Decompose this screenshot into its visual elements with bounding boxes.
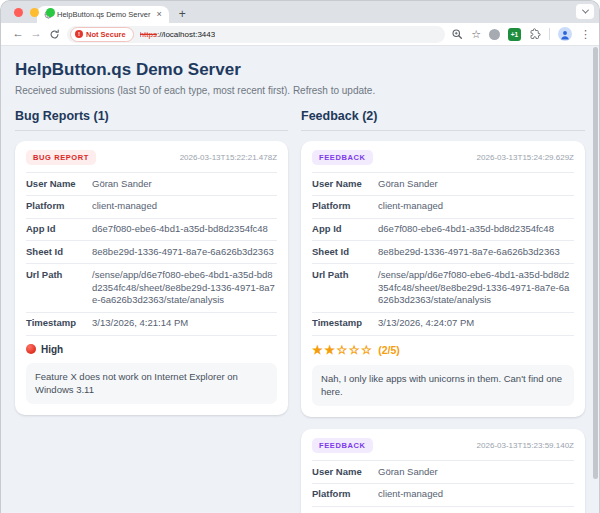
tab-strip: HelpButton.qs Demo Server × +	[1, 1, 599, 23]
profile-avatar[interactable]	[558, 27, 572, 41]
feedback-card: FEEDBACK 2026-03-13T15:23:59.140Z User N…	[301, 429, 585, 513]
field-label: Url Path	[312, 269, 378, 307]
bookmark-star-icon[interactable]: ☆	[471, 29, 481, 40]
field-label: User Name	[312, 178, 378, 191]
page-content: HelpButton.qs Demo Server Received submi…	[1, 46, 599, 513]
browser-toolbar: ← → ! Not Secure https://localhost:3443 …	[1, 23, 599, 46]
feedback-heading: Feedback (2)	[301, 109, 585, 131]
bug-report-card: BUG REPORT 2026-03-13T15:22:21.478Z User…	[15, 141, 288, 415]
zoom-magnifier-icon[interactable]	[451, 28, 463, 40]
field-row: User Name Göran Sander	[312, 461, 574, 484]
window-close-button[interactable]	[14, 8, 23, 17]
field-value: client-managed	[378, 488, 574, 501]
field-value: 3/13/2026, 4:24:07 PM	[378, 317, 574, 330]
tab-search-button[interactable]	[576, 4, 594, 19]
field-table: User Name Göran Sander Platform client-m…	[26, 172, 277, 336]
field-row: User Name Göran Sander	[26, 173, 277, 196]
field-value: 8e8be29d-1336-4971-8a7e-6a626b3d2363	[378, 246, 574, 259]
not-secure-chip[interactable]: ! Not Secure	[70, 27, 134, 42]
field-label: Sheet Id	[312, 246, 378, 259]
field-value: /sense/app/d6e7f080-ebe6-4bd1-a35d-bd8d2…	[378, 269, 574, 307]
field-row: Url Path /sense/app/d6e7f080-ebe6-4bd1-a…	[26, 264, 277, 312]
chevron-down-icon	[581, 7, 588, 14]
page-scrollbar	[593, 47, 598, 513]
window-maximize-button[interactable]	[46, 8, 55, 17]
browser-menu-icon[interactable]: ⋮	[580, 29, 591, 40]
field-label: Platform	[26, 200, 92, 213]
card-header: FEEDBACK 2026-03-13T15:24:29.629Z	[312, 150, 574, 165]
url-text: https://localhost:3443	[140, 30, 216, 39]
browser-window: HelpButton.qs Demo Server × + ← → ! Not …	[0, 0, 600, 513]
url-scheme-struck: https	[140, 30, 157, 39]
field-label: User Name	[312, 466, 378, 479]
back-button[interactable]: ←	[9, 28, 27, 40]
feedback-comment: Nah, I only like apps with unicorns in t…	[312, 365, 574, 407]
tab-close-icon[interactable]: ×	[156, 10, 161, 19]
card-header: FEEDBACK 2026-03-13T15:23:59.140Z	[312, 438, 574, 453]
field-row: App Id d6e7f080-ebe6-4bd1-a35d-bd8d2354f…	[312, 507, 574, 513]
field-row: App Id d6e7f080-ebe6-4bd1-a35d-bd8d2354f…	[312, 219, 574, 242]
iso-timestamp: 2026-03-13T15:22:21.478Z	[180, 153, 277, 162]
submission-columns: Bug Reports (1) BUG REPORT 2026-03-13T15…	[15, 109, 585, 513]
new-tab-button[interactable]: +	[179, 8, 186, 20]
toolbar-divider	[549, 28, 550, 40]
extension-badge-icon[interactable]: +1	[508, 28, 521, 41]
field-label: Url Path	[26, 269, 92, 307]
address-bar[interactable]: ! Not Secure https://localhost:3443	[67, 26, 445, 43]
field-row: User Name Göran Sander	[312, 173, 574, 196]
feedback-badge: FEEDBACK	[312, 438, 372, 453]
field-row: Sheet Id 8e8be29d-1336-4971-8a7e-6a626b3…	[26, 241, 277, 264]
rating-label: (2/5)	[378, 344, 400, 356]
field-value: client-managed	[92, 200, 277, 213]
url-rest: ://localhost:3443	[157, 30, 215, 39]
forward-button[interactable]: →	[27, 28, 45, 40]
bug-reports-column: Bug Reports (1) BUG REPORT 2026-03-13T15…	[15, 109, 288, 513]
field-label: Sheet Id	[26, 246, 92, 259]
card-header: BUG REPORT 2026-03-13T15:22:21.478Z	[26, 150, 277, 165]
iso-timestamp: 2026-03-13T15:23:59.140Z	[477, 441, 574, 450]
bug-report-badge: BUG REPORT	[26, 150, 96, 165]
field-row: Sheet Id 8e8be29d-1336-4971-8a7e-6a626b3…	[312, 241, 574, 264]
field-value: d6e7f080-ebe6-4bd1-a35d-bd8d2354fc48	[378, 223, 574, 236]
window-controls	[14, 8, 55, 17]
severity-label: High	[41, 344, 63, 355]
warning-icon: !	[75, 30, 83, 38]
feedback-column: Feedback (2) FEEDBACK 2026-03-13T15:24:2…	[301, 109, 585, 513]
field-row: Timestamp 3/13/2026, 4:24:07 PM	[312, 313, 574, 336]
red-circle-icon	[26, 344, 36, 354]
field-label: Platform	[312, 488, 378, 501]
field-row: Timestamp 3/13/2026, 4:21:14 PM	[26, 313, 277, 336]
extension-circle-icon[interactable]	[489, 29, 500, 40]
reload-button[interactable]	[45, 29, 63, 40]
field-value: /sense/app/d6e7f080-ebe6-4bd1-a35d-bd8d2…	[92, 269, 277, 307]
scrollbar-thumb[interactable]	[593, 47, 598, 479]
field-value: Göran Sander	[378, 178, 574, 191]
page-title: HelpButton.qs Demo Server	[15, 60, 585, 80]
severity-row: High	[26, 344, 277, 355]
field-table: User Name Göran Sander Platform client-m…	[312, 460, 574, 513]
field-row: Platform client-managed	[312, 484, 574, 507]
field-label: Platform	[312, 200, 378, 213]
bug-reports-heading: Bug Reports (1)	[15, 109, 288, 131]
page-subtitle: Received submissions (last 50 of each ty…	[15, 85, 585, 96]
field-label: Timestamp	[312, 317, 378, 330]
iso-timestamp: 2026-03-13T15:24:29.629Z	[477, 153, 574, 162]
field-row: Url Path /sense/app/d6e7f080-ebe6-4bd1-a…	[312, 264, 574, 312]
rating-row: ★★☆☆☆ (2/5)	[312, 343, 574, 357]
field-value: Göran Sander	[92, 178, 277, 191]
field-label: User Name	[26, 178, 92, 191]
field-value: Göran Sander	[378, 466, 574, 479]
extensions-puzzle-icon[interactable]	[529, 28, 541, 40]
field-value: d6e7f080-ebe6-4bd1-a35d-bd8d2354fc48	[92, 223, 277, 236]
person-icon	[559, 29, 571, 41]
bug-description: Feature X does not work on Internet Expl…	[26, 363, 277, 405]
field-row: Platform client-managed	[26, 196, 277, 219]
window-minimize-button[interactable]	[30, 8, 39, 17]
field-value: 3/13/2026, 4:21:14 PM	[92, 317, 277, 330]
reload-icon	[49, 29, 60, 40]
field-label: App Id	[26, 223, 92, 236]
field-label: Timestamp	[26, 317, 92, 330]
field-table: User Name Göran Sander Platform client-m…	[312, 172, 574, 336]
field-value: 8e8be29d-1336-4971-8a7e-6a626b3d2363	[92, 246, 277, 259]
browser-tab[interactable]: HelpButton.qs Demo Server ×	[37, 6, 169, 23]
